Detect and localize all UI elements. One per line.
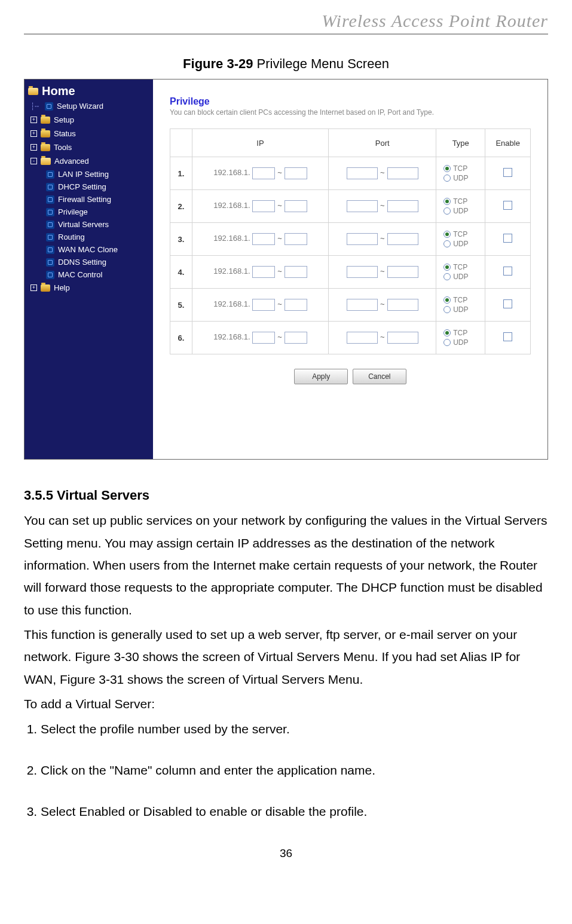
range-separator: ~ (380, 234, 385, 243)
nav-item-setup[interactable]: + Setup (25, 113, 153, 127)
port-from-input[interactable] (347, 233, 378, 245)
tree-connector-icon: ┆╌ (30, 102, 39, 111)
nav-item-tools[interactable]: + Tools (25, 140, 153, 154)
expand-icon[interactable]: + (30, 117, 37, 123)
type-cell: TCPUDP (436, 157, 485, 190)
ip-to-input[interactable] (285, 167, 307, 179)
enable-checkbox[interactable] (503, 332, 512, 341)
range-separator: ~ (277, 168, 282, 177)
type-udp-label: UDP (453, 174, 468, 182)
ip-from-input[interactable] (252, 233, 275, 245)
doc-icon (46, 170, 54, 179)
type-udp-radio[interactable] (443, 240, 451, 247)
port-from-input[interactable] (347, 167, 378, 179)
ip-from-input[interactable] (252, 332, 275, 344)
range-separator: ~ (277, 332, 282, 341)
row-index: 1. (170, 157, 192, 190)
ip-to-input[interactable] (285, 200, 307, 212)
ip-from-input[interactable] (252, 299, 275, 311)
type-tcp-radio[interactable] (443, 231, 451, 238)
nav-sub-privilege[interactable]: Privilege (25, 206, 153, 218)
port-to-input[interactable] (387, 332, 418, 344)
ip-from-input[interactable] (252, 167, 275, 179)
nav-sidebar: Home ┆╌ Setup Wizard + Setup + Status (25, 79, 153, 459)
range-separator: ~ (277, 234, 282, 243)
ip-from-input[interactable] (252, 200, 275, 212)
doc-icon (46, 221, 54, 229)
paragraph-1: You can set up public services on your n… (24, 509, 548, 621)
nav-sub-virtual-servers[interactable]: Virtual Servers (25, 218, 153, 231)
ip-cell: 192.168.1. ~ (192, 256, 329, 289)
type-tcp-label: TCP (453, 263, 467, 271)
folder-open-icon (41, 158, 51, 165)
port-to-input[interactable] (387, 167, 418, 179)
ip-to-input[interactable] (285, 233, 307, 245)
enable-checkbox[interactable] (503, 168, 512, 177)
enable-checkbox[interactable] (503, 201, 512, 210)
ip-to-input[interactable] (285, 266, 307, 278)
expand-icon[interactable]: + (30, 130, 37, 137)
type-tcp-radio[interactable] (443, 329, 451, 336)
enable-cell (485, 190, 531, 223)
collapse-icon[interactable]: - (30, 158, 37, 164)
port-from-input[interactable] (347, 299, 378, 311)
nav-sub-dhcp[interactable]: DHCP Setting (25, 180, 153, 193)
doc-icon (46, 258, 54, 267)
nav-sub-label: LAN IP Setting (58, 170, 109, 179)
type-udp-radio[interactable] (443, 306, 451, 313)
port-to-input[interactable] (387, 266, 418, 278)
doc-icon (46, 271, 54, 279)
ip-to-input[interactable] (285, 332, 307, 344)
port-to-input[interactable] (387, 200, 418, 212)
nav-home-label: Home (42, 84, 75, 98)
row-index: 3. (170, 223, 192, 256)
port-to-input[interactable] (387, 299, 418, 311)
nav-item-advanced[interactable]: - Advanced (25, 154, 153, 168)
nav-sub-wan-mac[interactable]: WAN MAC Clone (25, 243, 153, 256)
type-tcp-radio[interactable] (443, 165, 451, 172)
nav-sub-firewall[interactable]: Firewall Setting (25, 193, 153, 206)
type-tcp-radio[interactable] (443, 296, 451, 304)
port-from-input[interactable] (347, 200, 378, 212)
port-to-input[interactable] (387, 233, 418, 245)
ip-from-input[interactable] (252, 266, 275, 278)
table-row: 6.192.168.1. ~~TCPUDP (170, 322, 531, 354)
type-tcp-label: TCP (453, 230, 467, 238)
expand-icon[interactable]: + (30, 284, 37, 291)
port-cell: ~ (329, 256, 436, 289)
nav-item-status[interactable]: + Status (25, 127, 153, 140)
enable-checkbox[interactable] (503, 234, 512, 243)
type-cell: TCPUDP (436, 190, 485, 223)
nav-item-help[interactable]: + Help (25, 281, 153, 295)
type-udp-radio[interactable] (443, 175, 451, 182)
type-udp-radio[interactable] (443, 207, 451, 215)
nav-sub-ddns[interactable]: DDNS Setting (25, 256, 153, 268)
port-from-input[interactable] (347, 266, 378, 278)
privilege-menu-screenshot: Home ┆╌ Setup Wizard + Setup + Status (24, 79, 548, 460)
range-separator: ~ (380, 201, 385, 210)
nav-item-setup-wizard[interactable]: ┆╌ Setup Wizard (25, 99, 153, 113)
type-tcp-radio[interactable] (443, 198, 451, 205)
apply-button[interactable]: Apply (294, 369, 348, 384)
nav-sub-routing[interactable]: Routing (25, 231, 153, 243)
enable-checkbox[interactable] (503, 267, 512, 276)
nav-label: Setup (54, 115, 74, 124)
type-tcp-radio[interactable] (443, 264, 451, 271)
nav-sub-label: Virtual Servers (58, 220, 109, 229)
type-udp-radio[interactable] (443, 273, 451, 280)
nav-sub-mac-control[interactable]: MAC Control (25, 268, 153, 281)
expand-icon[interactable]: + (30, 144, 37, 151)
enable-checkbox[interactable] (503, 299, 512, 308)
col-type: Type (436, 129, 485, 157)
doc-icon (45, 102, 53, 111)
ip-to-input[interactable] (285, 299, 307, 311)
enable-cell (485, 322, 531, 354)
nav-sub-lan-ip[interactable]: LAN IP Setting (25, 168, 153, 180)
running-header: Wireless Access Point Router (24, 11, 548, 35)
type-udp-radio[interactable] (443, 339, 451, 346)
port-from-input[interactable] (347, 332, 378, 344)
paragraph-2: This function is generally used to set u… (24, 623, 548, 690)
cancel-button[interactable]: Cancel (353, 369, 406, 384)
nav-sub-label: Firewall Setting (58, 195, 111, 204)
nav-home[interactable]: Home (25, 83, 153, 99)
